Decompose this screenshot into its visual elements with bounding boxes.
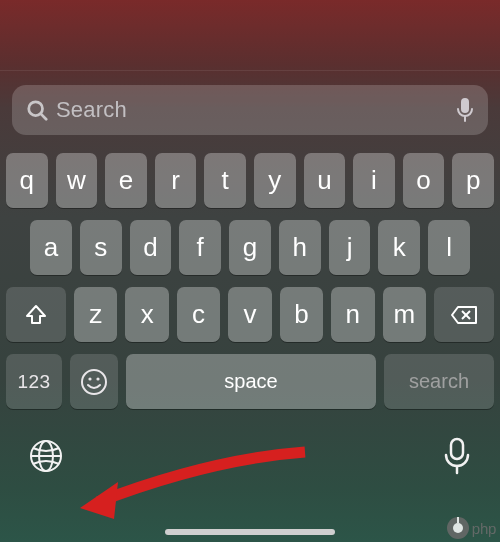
watermark: php — [446, 516, 496, 540]
key-q[interactable]: q — [6, 153, 48, 208]
key-w[interactable]: w — [56, 153, 98, 208]
key-v[interactable]: v — [228, 287, 271, 342]
svg-rect-2 — [461, 98, 469, 113]
key-row-fn: 123 space search — [6, 354, 494, 409]
search-bar[interactable]: Search — [12, 85, 488, 135]
key-m[interactable]: m — [383, 287, 426, 342]
globe-icon[interactable] — [28, 438, 64, 474]
key-i[interactable]: i — [353, 153, 395, 208]
key-z[interactable]: z — [74, 287, 117, 342]
svg-line-1 — [41, 114, 46, 119]
key-e[interactable]: e — [105, 153, 147, 208]
dictation-icon[interactable] — [442, 437, 472, 475]
key-p[interactable]: p — [452, 153, 494, 208]
key-c[interactable]: c — [177, 287, 220, 342]
search-key[interactable]: search — [384, 354, 494, 409]
key-b[interactable]: b — [280, 287, 323, 342]
key-a[interactable]: a — [30, 220, 72, 275]
search-placeholder: Search — [56, 97, 456, 123]
delete-key[interactable] — [434, 287, 494, 342]
key-y[interactable]: y — [254, 153, 296, 208]
key-r[interactable]: r — [155, 153, 197, 208]
key-x[interactable]: x — [125, 287, 168, 342]
key-u[interactable]: u — [304, 153, 346, 208]
svg-marker-14 — [80, 482, 118, 519]
bottom-bar — [0, 437, 500, 475]
key-k[interactable]: k — [378, 220, 420, 275]
key-o[interactable]: o — [403, 153, 445, 208]
search-icon — [26, 99, 48, 121]
key-n[interactable]: n — [331, 287, 374, 342]
svg-point-7 — [88, 377, 91, 380]
key-row-top: q w e r t y u i o p — [6, 153, 494, 208]
home-indicator[interactable] — [165, 529, 335, 535]
key-f[interactable]: f — [179, 220, 221, 275]
svg-rect-17 — [457, 517, 459, 523]
keyboard: q w e r t y u i o p a s d f g h j k l z … — [0, 145, 500, 409]
watermark-text: php — [472, 520, 496, 537]
emoji-key[interactable] — [70, 354, 118, 409]
php-logo-icon — [446, 516, 470, 540]
key-l[interactable]: l — [428, 220, 470, 275]
shift-key[interactable] — [6, 287, 66, 342]
space-key[interactable]: space — [126, 354, 376, 409]
key-d[interactable]: d — [130, 220, 172, 275]
key-row-bottom: z x c v b n m — [6, 287, 494, 342]
svg-point-6 — [82, 370, 106, 394]
key-j[interactable]: j — [329, 220, 371, 275]
svg-point-8 — [96, 377, 99, 380]
key-g[interactable]: g — [229, 220, 271, 275]
svg-rect-12 — [451, 439, 463, 459]
numbers-key[interactable]: 123 — [6, 354, 62, 409]
mic-icon[interactable] — [456, 97, 474, 123]
key-row-middle: a s d f g h j k l — [6, 220, 494, 275]
key-t[interactable]: t — [204, 153, 246, 208]
svg-point-16 — [453, 523, 463, 533]
key-s[interactable]: s — [80, 220, 122, 275]
key-h[interactable]: h — [279, 220, 321, 275]
